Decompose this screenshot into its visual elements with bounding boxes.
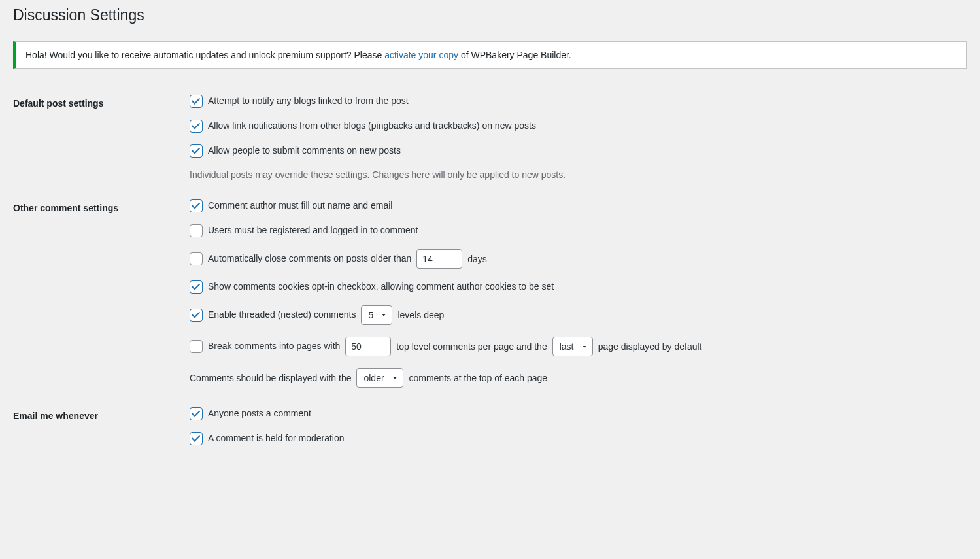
anyone-posts-checkbox[interactable]: [190, 407, 203, 420]
default-post-note: Individual posts may override these sett…: [190, 169, 960, 180]
threaded-suffix: levels deep: [397, 310, 444, 320]
held-moderation-checkbox[interactable]: [190, 432, 203, 445]
allow-pingbacks-text: Allow link notifications from other blog…: [208, 120, 536, 133]
email-me-fieldset: Anyone posts a comment A comment is held…: [190, 407, 960, 445]
auto-close-suffix: days: [467, 254, 487, 264]
threaded-checkbox[interactable]: [190, 309, 203, 322]
auto-close-days-input[interactable]: [416, 249, 462, 269]
notify-linked-text: Attempt to notify any blogs linked to fr…: [208, 95, 409, 108]
order-suffix: comments at the top of each page: [409, 373, 547, 383]
require-name-email-text: Comment author must fill out name and em…: [208, 199, 392, 212]
break-pages-default-select[interactable]: last: [552, 337, 593, 356]
default-post-fieldset: Attempt to notify any blogs linked to fr…: [190, 95, 960, 180]
section-heading-default-post: Default post settings: [13, 85, 183, 190]
break-pages-label[interactable]: Break comments into pages with: [190, 340, 340, 353]
require-name-email-checkbox[interactable]: [190, 199, 203, 212]
order-prefix: Comments should be displayed with the: [190, 373, 351, 383]
notify-linked-checkbox[interactable]: [190, 95, 203, 108]
activation-notice: Hola! Would you like to receive automati…: [13, 41, 967, 69]
cookies-optin-label[interactable]: Show comments cookies opt-in checkbox, a…: [190, 280, 554, 294]
require-registration-text: Users must be registered and logged in t…: [208, 224, 418, 237]
anyone-posts-label[interactable]: Anyone posts a comment: [190, 407, 311, 420]
order-select[interactable]: older: [356, 368, 403, 388]
cookies-optin-text: Show comments cookies opt-in checkbox, a…: [208, 280, 554, 294]
allow-comments-text: Allow people to submit comments on new p…: [208, 144, 401, 158]
held-moderation-text: A comment is held for moderation: [208, 432, 345, 445]
break-pages-suffix: page displayed by default: [598, 341, 702, 352]
auto-close-prefix: Automatically close comments on posts ol…: [208, 252, 411, 265]
break-pages-prefix: Break comments into pages with: [208, 340, 340, 353]
auto-close-label[interactable]: Automatically close comments on posts ol…: [190, 252, 411, 265]
require-name-email-label[interactable]: Comment author must fill out name and em…: [190, 199, 392, 212]
cookies-optin-checkbox[interactable]: [190, 280, 203, 294]
other-comment-fieldset: Comment author must fill out name and em…: [190, 199, 960, 388]
anyone-posts-text: Anyone posts a comment: [208, 407, 311, 420]
auto-close-checkbox[interactable]: [190, 252, 203, 265]
notify-linked-label[interactable]: Attempt to notify any blogs linked to fr…: [190, 95, 409, 108]
break-pages-checkbox[interactable]: [190, 340, 203, 353]
settings-table: Default post settings Attempt to notify …: [13, 85, 967, 455]
allow-pingbacks-label[interactable]: Allow link notifications from other blog…: [190, 120, 536, 133]
allow-comments-label[interactable]: Allow people to submit comments on new p…: [190, 144, 401, 158]
threaded-label[interactable]: Enable threaded (nested) comments: [190, 309, 356, 322]
allow-comments-checkbox[interactable]: [190, 144, 203, 158]
break-pages-count-input[interactable]: [345, 337, 391, 356]
page-title: Discussion Settings: [13, 0, 967, 28]
held-moderation-label[interactable]: A comment is held for moderation: [190, 432, 345, 445]
notice-prefix: Hola! Would you like to receive automati…: [25, 50, 384, 60]
require-registration-checkbox[interactable]: [190, 224, 203, 237]
section-heading-email-me: Email me whenever: [13, 398, 183, 455]
require-registration-label[interactable]: Users must be registered and logged in t…: [190, 224, 418, 237]
allow-pingbacks-checkbox[interactable]: [190, 120, 203, 133]
notice-suffix: of WPBakery Page Builder.: [458, 50, 571, 60]
threaded-prefix: Enable threaded (nested) comments: [208, 309, 356, 322]
section-heading-other-comment: Other comment settings: [13, 190, 183, 398]
activate-copy-link[interactable]: activate your copy: [384, 50, 458, 60]
break-pages-mid: top level comments per page and the: [396, 341, 547, 352]
threaded-levels-select[interactable]: 5: [361, 305, 392, 325]
